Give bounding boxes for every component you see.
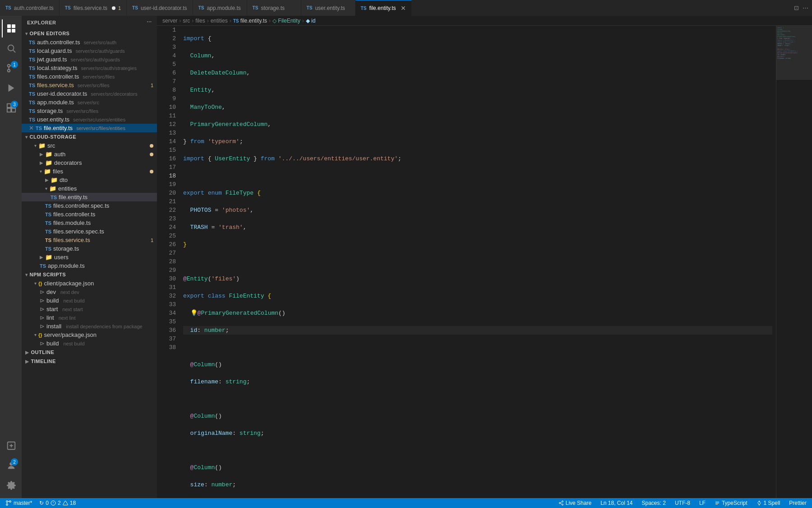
tab-storage[interactable]: TS storage.ts xyxy=(247,0,301,16)
status-sync[interactable]: ↻ 0 2 18 xyxy=(37,500,78,506)
open-editor-auth-controller[interactable]: TS auth.controller.ts server/src/auth xyxy=(22,38,157,47)
open-editor-file-entity[interactable]: ✕ TS file.entity.ts server/src/files/ent… xyxy=(22,124,157,132)
activity-accounts[interactable]: 2 xyxy=(2,457,20,475)
status-spaces[interactable]: Spaces: 2 xyxy=(640,500,668,506)
status-bar: master* ↻ 0 2 18 Live Share Ln 18, Col 1… xyxy=(0,498,812,508)
open-editor-files-service[interactable]: TS files.service.ts server/src/files 1 xyxy=(22,81,157,89)
activity-extensions[interactable]: 3 xyxy=(2,99,20,117)
open-editor-local-guard[interactable]: TS local.guard.ts server/src/auth/guards xyxy=(22,47,157,55)
ts-icon: TS xyxy=(307,5,313,10)
folder-label: users xyxy=(54,254,69,261)
tab-user-entity[interactable]: TS user.entity.ts xyxy=(301,0,355,16)
npm-script-build-nest[interactable]: ⊳ build nest build xyxy=(22,339,157,348)
cloud-storage-header[interactable]: ▾ CLOUD-STORAGE xyxy=(22,132,157,141)
file-change-count: 1 xyxy=(151,83,153,88)
breadcrumb-prop[interactable]: ◆ id xyxy=(306,18,316,24)
more-tabs-icon[interactable]: ⋯ xyxy=(803,5,808,11)
minimap[interactable]: import { Column, DeleteDateColumn, Entit… xyxy=(776,26,812,498)
code-line-12: TRASH = 'trash', xyxy=(183,223,772,232)
activity-explorer[interactable] xyxy=(2,19,20,37)
activity-run[interactable] xyxy=(2,79,20,97)
npm-script-dev[interactable]: ⊳ dev next dev xyxy=(22,288,157,296)
open-editor-user-entity[interactable]: TS user.entity.ts server/src/users/entit… xyxy=(22,115,157,124)
code-editor[interactable]: 1 2 3 4 5 6 7 8 9 10 11 12 13 14 xyxy=(157,26,812,498)
open-editor-local-strategy[interactable]: TS local.strategy.ts server/src/auth/str… xyxy=(22,64,157,72)
tab-close-button[interactable]: ✕ xyxy=(401,5,406,12)
file-label: storage.ts xyxy=(37,107,63,114)
status-line-ending[interactable]: LF xyxy=(697,500,707,506)
file-files-controller[interactable]: TS files.controller.ts xyxy=(22,210,157,219)
status-spell[interactable]: 1 Spell xyxy=(755,500,782,506)
npm-script-start[interactable]: ⊳ start next start xyxy=(22,305,157,313)
file-storage[interactable]: TS storage.ts xyxy=(22,244,157,253)
close-editor-icon[interactable]: ✕ xyxy=(29,125,34,131)
open-editor-app-module[interactable]: TS app.module.ts server/src xyxy=(22,98,157,107)
status-live-share[interactable]: Live Share xyxy=(557,500,593,506)
breadcrumb-file[interactable]: TS file.entity.ts xyxy=(233,18,267,24)
outline-header[interactable]: ▶ OUTLINE xyxy=(22,348,157,357)
folder-files[interactable]: ▾ 📁 files xyxy=(22,167,157,176)
code-line-8: import { UserEntity } from '../../users/… xyxy=(183,154,772,163)
npm-script-lint[interactable]: ⊳ lint next lint xyxy=(22,313,157,322)
package-label: server/package.json xyxy=(44,331,97,338)
open-editors-header[interactable]: ▾ OPEN EDITORS xyxy=(22,29,157,38)
breadcrumb-server[interactable]: server xyxy=(162,18,177,24)
folder-users[interactable]: ▶ 📁 users xyxy=(22,253,157,261)
tab-files-service[interactable]: TS files.service.ts 1 xyxy=(60,0,127,16)
folder-chevron: ▶ xyxy=(40,255,43,260)
package-client[interactable]: ▾ {} client/package.json xyxy=(22,279,157,288)
file-files-controller-spec[interactable]: TS files.controller.spec.ts xyxy=(22,201,157,210)
code-content[interactable]: import { Column, DeleteDateColumn, Entit… xyxy=(180,26,776,498)
breadcrumb-sep: › xyxy=(192,18,194,24)
activity-remote[interactable] xyxy=(2,437,20,455)
status-position[interactable]: Ln 18, Col 14 xyxy=(599,500,634,506)
status-branch[interactable]: master* xyxy=(4,500,34,506)
split-editor-icon[interactable]: ⊡ xyxy=(794,5,799,11)
code-line-4: Entity, xyxy=(183,86,772,94)
svg-rect-10 xyxy=(7,104,11,107)
code-line-26: @Column() xyxy=(183,463,772,472)
folder-chevron: ▶ xyxy=(40,152,43,157)
status-encoding[interactable]: UTF-8 xyxy=(673,500,692,506)
svg-marker-9 xyxy=(9,84,14,92)
explorer-more[interactable]: ⋯ xyxy=(147,19,152,25)
open-editor-user-id-decorator[interactable]: TS user-id.decorator.ts server/src/decor… xyxy=(22,89,157,98)
package-chevron: ▾ xyxy=(34,281,37,286)
file-files-module[interactable]: TS files.module.ts xyxy=(22,219,157,227)
file-app-module[interactable]: TS app.module.ts xyxy=(22,261,157,270)
status-language[interactable]: TypeScript xyxy=(713,500,749,506)
folder-icon: 📁 xyxy=(49,185,56,192)
breadcrumb-entities[interactable]: entities xyxy=(211,18,228,24)
npm-scripts-header[interactable]: ▾ NPM SCRIPTS xyxy=(22,270,157,279)
folder-dto[interactable]: ▶ 📁 dto xyxy=(22,176,157,184)
npm-script-install[interactable]: ⊳ install install dependencies from pack… xyxy=(22,322,157,331)
breadcrumb-class[interactable]: ◇ FileEntity xyxy=(272,18,300,24)
folder-decorators[interactable]: ▶ 📁 decorators xyxy=(22,158,157,167)
tab-auth-controller[interactable]: TS auth.controller.ts xyxy=(0,0,60,16)
script-run-icon: ⊳ xyxy=(40,340,45,347)
activity-source-control[interactable]: 1 xyxy=(2,59,20,77)
extensions-badge: 3 xyxy=(11,101,18,108)
tab-user-id-decorator[interactable]: TS user-id.decorator.ts xyxy=(127,0,193,16)
activity-bar: 1 3 2 xyxy=(0,16,22,498)
folder-entities[interactable]: ▾ 📁 entities xyxy=(22,184,157,193)
folder-src[interactable]: ▾ 📁 src xyxy=(22,141,157,150)
open-editor-files-controller[interactable]: TS files.controller.ts server/src/files xyxy=(22,72,157,81)
tab-file-entity[interactable]: TS file.entity.ts ✕ xyxy=(355,0,412,16)
folder-auth[interactable]: ▶ 📁 auth xyxy=(22,150,157,158)
open-editor-jwt-guard[interactable]: TS jwt.guard.ts server/src/auth/guards xyxy=(22,55,157,64)
breadcrumb-src[interactable]: src xyxy=(183,18,190,24)
file-label: files.controller.spec.ts xyxy=(53,202,109,209)
file-file-entity-ts[interactable]: TS file.entity.ts xyxy=(22,193,157,201)
npm-script-build-next[interactable]: ⊳ build next build xyxy=(22,296,157,305)
activity-search[interactable] xyxy=(2,39,20,57)
file-files-service[interactable]: TS files.service.ts 1 xyxy=(22,236,157,244)
tab-app-module[interactable]: TS app.module.ts xyxy=(193,0,247,16)
breadcrumb-files[interactable]: files xyxy=(195,18,205,24)
open-editor-storage[interactable]: TS storage.ts server/src/files xyxy=(22,107,157,115)
timeline-header[interactable]: ▶ TIMELINE xyxy=(22,357,157,366)
status-prettier[interactable]: Prettier xyxy=(787,500,808,506)
package-server[interactable]: ▾ {} server/package.json xyxy=(22,331,157,339)
activity-settings[interactable] xyxy=(2,476,20,494)
file-files-service-spec[interactable]: TS files.service.spec.ts xyxy=(22,227,157,236)
